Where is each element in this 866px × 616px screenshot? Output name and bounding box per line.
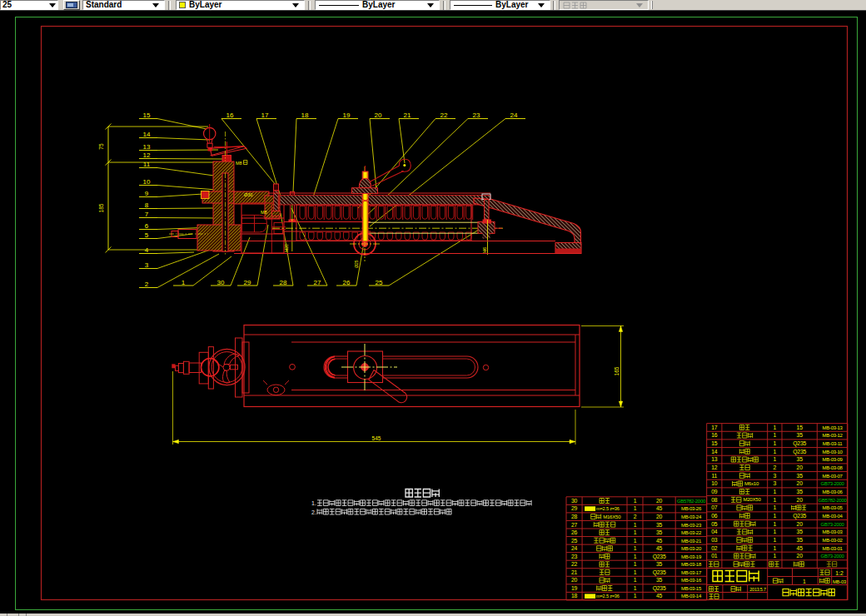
svg-text:35: 35 [797,529,804,534]
svg-text:10: 10 [711,480,718,486]
svg-text:MB-03-23: MB-03-23 [681,523,702,528]
svg-text:1: 1 [774,432,777,438]
svg-text:MB-03-22: MB-03-22 [681,530,702,535]
svg-text:27: 27 [314,279,321,286]
svg-text:14: 14 [711,449,718,455]
svg-text:13: 13 [143,143,151,151]
svg-text:1: 1 [634,529,637,535]
svg-text:MB-03-21: MB-03-21 [681,539,702,544]
svg-text:35: 35 [656,522,663,528]
svg-text:2.: 2. [311,509,316,515]
svg-text:11: 11 [143,161,151,168]
svg-text:Q235: Q235 [653,554,666,560]
svg-text:45: 45 [656,593,663,599]
svg-text:1: 1 [634,561,637,567]
svg-text:MB-03-20: MB-03-20 [681,546,702,551]
svg-text:MB-03-06: MB-03-06 [823,489,844,494]
svg-text:01: 01 [711,553,718,559]
svg-text:MB-03-26: MB-03-26 [681,506,702,511]
svg-text:20: 20 [797,464,804,470]
svg-text:20: 20 [571,577,578,583]
svg-text:M20X50: M20X50 [743,497,761,502]
svg-text:1: 1 [774,537,777,543]
svg-text:20: 20 [375,112,382,119]
svg-text:1: 1 [634,538,637,544]
svg-text:GB73-2000: GB73-2000 [821,554,845,559]
svg-text:23: 23 [571,554,578,559]
svg-text:35: 35 [656,577,663,583]
svg-text:Q235: Q235 [793,449,806,455]
svg-text:545: 545 [372,435,381,441]
svg-text:1: 1 [774,553,777,559]
svg-text:18: 18 [571,593,578,599]
svg-text:1: 1 [634,498,637,504]
svg-text:MB-03-16: MB-03-16 [681,578,702,583]
svg-text:35: 35 [797,489,804,494]
svg-text:4: 4 [145,246,149,254]
svg-text:1: 1 [774,521,777,527]
svg-text:45: 45 [656,545,663,551]
svg-text:08: 08 [711,497,718,503]
svg-text:35: 35 [656,561,663,567]
svg-text:Q235: Q235 [653,569,666,576]
svg-text:3: 3 [774,480,777,486]
svg-text:MB-03-11: MB-03-11 [823,441,843,446]
svg-text:MB-03-01: MB-03-01 [823,546,844,551]
svg-text:20: 20 [797,497,804,503]
svg-text:28: 28 [280,279,287,286]
svg-text:26: 26 [571,529,578,535]
svg-text:06: 06 [711,513,718,519]
svg-text:04: 04 [711,529,718,534]
svg-text:11: 11 [711,473,717,479]
svg-text:12: 12 [143,152,151,159]
svg-text:MB-03-12: MB-03-12 [823,433,844,438]
svg-text:GB73-2000: GB73-2000 [821,481,845,486]
svg-text:MB-03: MB-03 [833,579,846,584]
svg-text:15: 15 [143,112,151,119]
svg-text:27: 27 [571,522,578,528]
svg-text:MB-03-02: MB-03-02 [823,538,844,543]
svg-text:20: 20 [656,514,663,519]
svg-text:MB-03-24: MB-03-24 [681,514,702,519]
svg-text:1: 1 [634,505,637,511]
svg-text:24: 24 [571,545,578,551]
svg-text:17: 17 [261,112,269,119]
svg-text:35: 35 [797,456,804,462]
svg-text:14: 14 [143,131,151,138]
svg-text:3: 3 [774,473,777,479]
svg-text:20: 20 [797,553,804,559]
svg-text:20: 20 [797,480,804,486]
svg-text:MB-03-07: MB-03-07 [823,474,844,479]
svg-text:1: 1 [774,545,777,551]
svg-text:07: 07 [711,504,718,510]
svg-text:2: 2 [145,281,149,288]
svg-text:20: 20 [656,498,663,504]
svg-text:1:2: 1:2 [835,570,844,576]
svg-text:1: 1 [634,593,637,599]
svg-text:05: 05 [711,521,718,527]
svg-text:Q235: Q235 [793,513,806,519]
svg-text:22: 22 [571,561,578,567]
svg-text:19: 19 [571,585,578,591]
svg-text:MB-03-15: MB-03-15 [681,586,702,591]
svg-text:m=2.5 z=36: m=2.5 z=36 [596,594,620,599]
svg-text:25: 25 [571,538,578,544]
svg-text:13: 13 [711,456,718,462]
svg-text:MB-03-19: MB-03-19 [681,554,702,559]
svg-text:MB-03-08: MB-03-08 [823,465,844,470]
svg-text:MB-03-09: MB-03-09 [823,457,844,462]
svg-text:1: 1 [634,585,637,591]
svg-text:02: 02 [711,545,718,551]
svg-text:12: 12 [711,464,718,470]
svg-text:1: 1 [774,497,777,503]
svg-text:2: 2 [634,514,637,519]
svg-text:MB-03-04: MB-03-04 [823,514,844,519]
svg-text:1: 1 [774,449,777,455]
svg-text:1: 1 [634,569,637,575]
svg-text:MB-03-13: MB-03-13 [823,425,844,430]
svg-text:15: 15 [797,425,804,430]
svg-text:1: 1 [774,504,777,510]
svg-text:M16X50: M16X50 [603,514,621,519]
svg-text:M20: M20 [284,244,289,252]
svg-text:35: 35 [656,529,663,535]
